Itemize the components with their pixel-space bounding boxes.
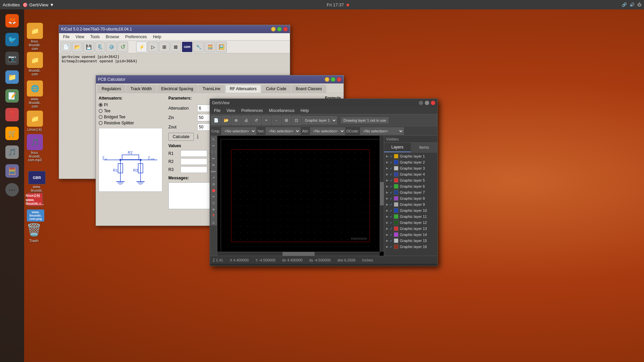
pcb-maximize-button[interactable]	[331, 77, 335, 82]
kicad-tool-3d[interactable]: ⊠	[170, 42, 181, 52]
dock-thunderbird[interactable]: 🐦	[3, 31, 21, 48]
dock-help[interactable]: ❓	[3, 106, 21, 123]
gerb-layer-item-8[interactable]: ▶ ✓ Graphic layer 8	[385, 195, 437, 201]
gerb-tool-new[interactable]: 📄	[211, 116, 221, 125]
trash-icon[interactable]: 🗑️ Trash	[25, 221, 43, 243]
kicad-tool-script[interactable]: 🔧	[193, 42, 204, 52]
attenuator-tee[interactable]: Tee	[99, 109, 166, 113]
gerb-lt-diff[interactable]: ⬤	[211, 187, 217, 193]
kicad-tool-save[interactable]: 💾	[83, 42, 94, 52]
gerb-tool-target[interactable]: ⊕	[231, 116, 241, 125]
net-selector[interactable]: <No selection>	[266, 127, 301, 135]
desktop-icon-png[interactable]: www.linuxidc.com.png	[27, 209, 44, 222]
gerb-lt-measure[interactable]: ✂	[211, 143, 217, 149]
kicad-tool-zip[interactable]: 🗜️	[95, 42, 105, 52]
pcb-tab-transline[interactable]: TransLine	[198, 85, 225, 93]
dock-firefox[interactable]: 🦊	[3, 12, 21, 29]
volume-icon[interactable]: 🔊	[630, 2, 635, 7]
gerb-lt-route[interactable]: ≋	[211, 206, 217, 213]
gerb-tool-zoomout[interactable]: -	[272, 116, 281, 125]
gerb-lt-grid[interactable]: ⋮⋮	[211, 149, 217, 155]
gerb-lt-cursor[interactable]: ↗	[211, 175, 217, 181]
gerb-vscroll-thumb[interactable]	[380, 182, 384, 205]
gerb-tab-layers[interactable]: Layers	[384, 143, 411, 152]
dock-music[interactable]: 🎵	[3, 143, 21, 161]
attr-selector[interactable]: <No selection>	[310, 127, 345, 135]
activities-button[interactable]: Activities	[3, 2, 20, 7]
gerb-lt-3d[interactable]: △	[211, 219, 217, 225]
gerb-layer-item-15[interactable]: ▶ ✓ Graphic layer 15	[385, 238, 437, 244]
dock-apps[interactable]: ⋯	[3, 181, 21, 198]
gerbview-menu-misc[interactable]: Miscellaneous	[266, 108, 297, 114]
gerb-layer-item-16[interactable]: ▶ ✓ Graphic layer 16	[385, 244, 437, 250]
gerb-layer-item-14[interactable]: ▶ ✓ Graphic layer 14	[385, 232, 437, 238]
gerb-layer-item-12[interactable]: ▶ ✓ Graphic layer 12	[385, 220, 437, 226]
gerbview-titlebar[interactable]: GerbView	[210, 99, 437, 107]
gerb-lt-circle[interactable]: ◎	[211, 181, 217, 187]
kicad-menu-browse[interactable]: Browse	[103, 34, 122, 40]
network-icon[interactable]: 🔗	[622, 2, 627, 7]
desktop-icon-linuxidc[interactable]: 📁 linuxidc.com	[27, 52, 43, 76]
kicad-tool-bmp[interactable]: 🖼️	[216, 42, 227, 52]
kicad-maximize-button[interactable]	[277, 27, 282, 32]
cmp-selector[interactable]: <No selection>	[221, 127, 256, 135]
pcb-tab-trackwidth[interactable]: Track Width	[126, 85, 156, 93]
gerb-layer-item-7[interactable]: ▶ ✓ Graphic layer 7	[385, 189, 437, 195]
desktop-icon-linux-public[interactable]: 📁 Linux公社	[27, 111, 43, 132]
kicad-menu-preferences[interactable]: Preferences	[122, 34, 150, 40]
gerb-tool-zoomin[interactable]: +	[262, 116, 271, 125]
gerb-layer-item-3[interactable]: ▶ ✓ Graphic layer 3	[385, 165, 437, 171]
gerbview-minimize-button[interactable]	[419, 101, 423, 105]
gerb-layer-item-10[interactable]: ▶ ✓ Graphic layer 10	[385, 207, 437, 214]
formula-info-icon[interactable]: ℹ	[197, 133, 199, 140]
dock-calculator[interactable]: 🧮	[3, 162, 21, 180]
desktop-icon-linux-linuxidc[interactable]: 📁 linux.linuxidc.com	[27, 23, 43, 51]
calculate-button[interactable]: Calculate	[168, 133, 194, 141]
kicad-tool-refresh[interactable]: ↺	[117, 42, 128, 52]
gerb-tool-layers[interactable]: ⊡	[292, 116, 301, 125]
gerbview-menu-prefs[interactable]: Preferences	[238, 108, 266, 114]
gerb-tool-zoomfit[interactable]: ⊞	[282, 116, 291, 125]
gerb-layer-item-11[interactable]: ▶ ✓ Graphic layer 11	[385, 214, 437, 220]
value-r1-input[interactable]	[180, 150, 207, 157]
kicad-menu-file[interactable]: File	[60, 34, 72, 40]
pcb-titlebar[interactable]: PCB Calculator	[96, 75, 343, 83]
gerb-hscroll-thumb[interactable]	[282, 252, 315, 256]
gerb-tab-items[interactable]: Items	[411, 143, 438, 152]
attenuator-resistive[interactable]: Resistive Splitter	[99, 121, 166, 125]
kicad-tool-footprint[interactable]: ⊞	[159, 42, 170, 52]
gerb-lt-cut[interactable]: ✂	[211, 194, 217, 200]
kicad-tool-layout[interactable]: ▷	[148, 42, 158, 52]
gerb-layer-item-1[interactable]: ▶ ✓ Graphic layer 1	[385, 153, 437, 159]
desktop-icon-mp3[interactable]: 🎵 linux.linuxidc.com.mp3	[27, 134, 43, 162]
pcb-tab-rf[interactable]: RF Attenuators	[225, 85, 261, 93]
gerb-hscrollbar[interactable]	[217, 252, 380, 256]
dock-camera[interactable]: 📷	[3, 50, 21, 67]
attenuator-bridged[interactable]: Bridged Tee	[99, 115, 166, 119]
gerbview-menu-file[interactable]: File	[211, 108, 223, 114]
power-icon[interactable]: ⏻	[637, 2, 641, 7]
desktop-icon-linux2[interactable]: linux公社www.linuxidc.c...	[27, 193, 43, 206]
kicad-titlebar[interactable]: KiCad 5.0.2-bee76a0-70-ubuntu18.04.1	[59, 25, 290, 33]
pcb-tab-electrical[interactable]: Electrical Spacing	[157, 85, 198, 93]
value-r3-input[interactable]	[180, 166, 207, 173]
kicad-tool-gerber[interactable]: ⚙️	[106, 42, 117, 52]
gerb-lt-text[interactable]: in	[211, 162, 217, 168]
kicad-tool-calc[interactable]: 🧮	[205, 42, 215, 52]
gerb-tool-print[interactable]: 🖨	[241, 116, 251, 125]
gerb-layer-item-5[interactable]: ▶ ✓ Graphic layer 5	[385, 177, 437, 183]
gerb-lt-pin[interactable]: 📍	[211, 213, 217, 219]
gerbview-close-button[interactable]	[431, 101, 435, 105]
kicad-tool-open[interactable]: 📂	[72, 42, 83, 52]
kicad-minimize-button[interactable]	[271, 27, 276, 32]
pcb-tab-boardclasses[interactable]: Board Classes	[291, 85, 326, 93]
gerb-tool-refresh[interactable]: ↺	[252, 116, 261, 125]
dock-files[interactable]: 📁	[3, 68, 21, 86]
gerb-lt-poly[interactable]: ⬡	[211, 200, 217, 206]
dcode-selector[interactable]: <No selection>	[360, 127, 404, 135]
kicad-menu-tools[interactable]: Tools	[88, 34, 102, 40]
gerb-lt-pen[interactable]: ✏	[211, 156, 217, 162]
gerbview-menu-help[interactable]: Help	[298, 108, 312, 114]
pcb-close-button[interactable]	[337, 77, 341, 82]
kicad-tool-gbr[interactable]: GBR	[182, 42, 193, 52]
